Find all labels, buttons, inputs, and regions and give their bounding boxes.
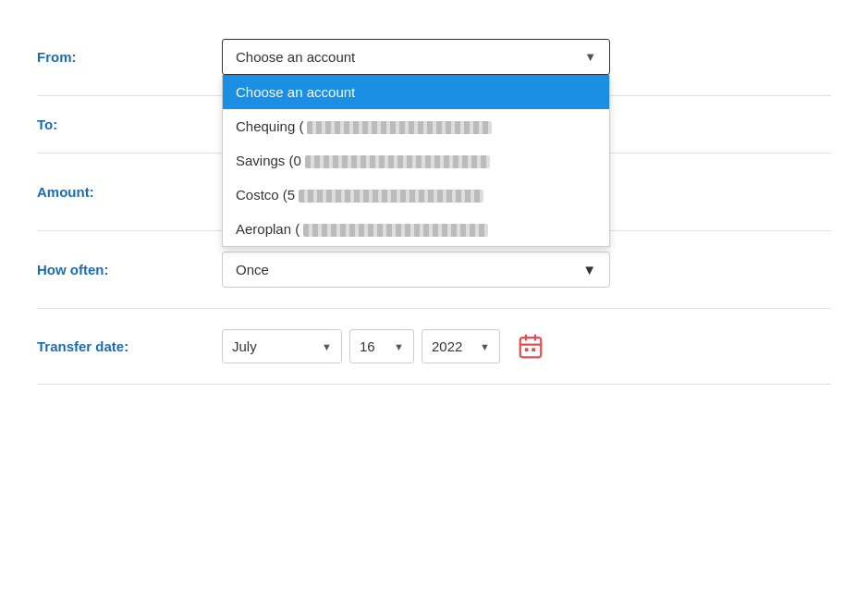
transfer-date-row: Transfer date: July ▼ 16 ▼ 2022 ▼ [37,309,831,385]
how-often-dropdown[interactable]: Once ▼ [222,252,610,288]
from-selected-value: Choose an account [236,49,355,65]
how-often-value: Once [236,262,269,277]
aeroplan-blurred [303,224,488,237]
calendar-icon[interactable] [515,331,546,363]
from-label: From: [37,49,222,65]
how-often-label: How often: [37,262,222,277]
svg-rect-4 [525,348,529,351]
dropdown-item-chequing[interactable]: Chequing ( [223,109,609,143]
chevron-down-icon: ▼ [322,341,332,352]
chevron-down-icon: ▼ [394,341,404,352]
savings-blurred [305,155,490,168]
savings-label: Savings (0 [236,153,301,168]
dropdown-item-costco[interactable]: Costco (5 [223,178,609,212]
costco-label: Costco (5 [236,187,295,203]
transfer-form: From: Choose an account ▼ Choose an acco… [0,0,868,403]
day-dropdown[interactable]: 16 ▼ [349,329,414,363]
chevron-down-icon: ▼ [584,50,596,64]
date-row-controls: July ▼ 16 ▼ 2022 ▼ [222,329,831,363]
chevron-down-icon: ▼ [480,341,490,352]
chequing-blurred [307,121,492,134]
transfer-date-label: Transfer date: [37,338,222,354]
month-dropdown[interactable]: July ▼ [222,329,342,363]
to-label: To: [37,117,222,132]
from-dropdown-menu: Choose an account Chequing ( Savings (0 … [222,75,610,247]
svg-rect-0 [520,338,542,357]
from-control-wrapper: Choose an account ▼ Choose an account Ch… [222,39,831,75]
year-dropdown[interactable]: 2022 ▼ [422,329,500,363]
chevron-down-icon: ▼ [582,262,596,277]
dropdown-item-aeroplan[interactable]: Aeroplan ( [223,212,609,246]
chequing-label: Chequing ( [236,118,303,134]
month-value: July [232,338,257,354]
year-value: 2022 [432,338,462,354]
dropdown-item-choose[interactable]: Choose an account [223,75,609,109]
from-row: From: Choose an account ▼ Choose an acco… [37,18,831,96]
costco-blurred [299,190,483,203]
from-dropdown-trigger[interactable]: Choose an account ▼ [222,39,610,75]
amount-label: Amount: [37,184,222,200]
day-value: 16 [360,338,375,354]
aeroplan-label: Aeroplan ( [236,221,300,237]
svg-rect-5 [532,348,535,351]
transfer-date-control-wrapper: July ▼ 16 ▼ 2022 ▼ [222,329,831,363]
how-often-control-wrapper: Once ▼ [222,252,831,288]
dropdown-item-savings[interactable]: Savings (0 [223,143,609,178]
